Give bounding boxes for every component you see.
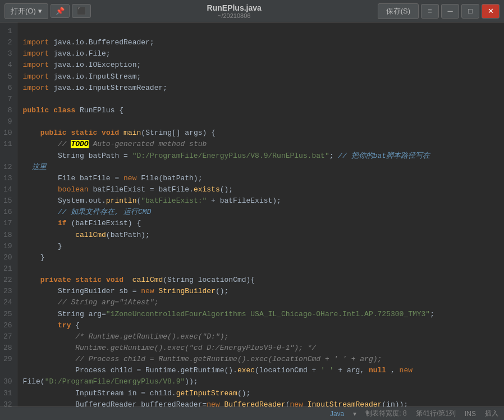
- maximize-button[interactable]: □: [461, 4, 479, 19]
- titlebar-right: 保存(S) ≡ ─ □ ✕: [378, 3, 500, 19]
- open-button[interactable]: 打开(O) ▾: [4, 3, 48, 19]
- statusbar: Java ▾ 制表符宽度: 8 第41行/第1列 INS 插入: [0, 407, 504, 420]
- status-insert: INS: [465, 410, 476, 418]
- dropdown-icon: ▾: [38, 7, 42, 15]
- code-area[interactable]: import java.io.BufferedReader; import ja…: [17, 22, 504, 407]
- minimize-button[interactable]: ─: [441, 4, 459, 19]
- status-language[interactable]: Java: [330, 410, 344, 418]
- status-tab-width: 制表符宽度: 8: [365, 409, 406, 418]
- open-label: 打开(O): [11, 6, 36, 16]
- editor: 1 2 3 4 5 6 7 8 9 10 11 12 13 14 15 16 1…: [0, 22, 504, 407]
- line-numbers: 1 2 3 4 5 6 7 8 9 10 11 12 13 14 15 16 1…: [0, 22, 17, 407]
- status-dropdown-icon: ▾: [353, 410, 356, 418]
- title-path: ~/20210806: [91, 12, 378, 19]
- menu-button[interactable]: ≡: [421, 4, 439, 19]
- titlebar: 打开(O) ▾ 📌 ⬛ RunEPlus.java ~/20210806 保存(…: [0, 0, 504, 22]
- extra-button[interactable]: ⬛: [72, 4, 91, 18]
- close-button[interactable]: ✕: [482, 4, 500, 19]
- title-filename: RunEPlus.java: [91, 3, 378, 12]
- status-position: 第41行/第1列: [416, 409, 456, 418]
- titlebar-left: 打开(O) ▾ 📌 ⬛: [4, 3, 91, 19]
- save-button[interactable]: 保存(S): [378, 3, 419, 19]
- pin-button[interactable]: 📌: [51, 4, 70, 18]
- status-encoding: 插入: [485, 409, 498, 418]
- titlebar-center: RunEPlus.java ~/20210806: [91, 3, 378, 19]
